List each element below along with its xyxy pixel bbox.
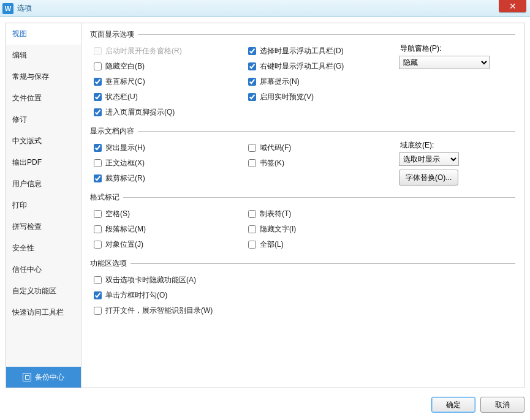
format-marks-b-1-checkbox[interactable] bbox=[248, 225, 256, 233]
doc-content-a-1-label: 正文边框(X) bbox=[105, 158, 145, 168]
page-display-b-1-label: 右键时显示浮动工具栏(G) bbox=[260, 61, 344, 72]
sidebar-item-0[interactable]: 视图 bbox=[6, 23, 81, 45]
page-display-a-3-label: 状态栏(U) bbox=[105, 92, 138, 102]
format-marks-a-1-checkbox[interactable] bbox=[94, 225, 102, 233]
doc-content-b-1-label: 书签(K) bbox=[260, 158, 284, 168]
doc-content-a-2-checkbox[interactable] bbox=[94, 174, 102, 182]
format-marks-b-2[interactable]: 全部(L) bbox=[244, 237, 399, 252]
doc-content-a-0-checkbox[interactable] bbox=[94, 144, 102, 152]
sidebar-item-3[interactable]: 文件位置 bbox=[6, 88, 81, 109]
ribbon-opt-0-label: 双击选项卡时隐藏功能区(A) bbox=[105, 275, 196, 285]
sidebar-item-1[interactable]: 编辑 bbox=[6, 45, 81, 66]
page-display-a-4-label: 进入页眉页脚提示(Q) bbox=[105, 107, 175, 118]
ribbon-opt-1[interactable]: 单击方框时打勾(O) bbox=[90, 288, 515, 303]
ribbon-opt-2-label: 打开文件，展示智能识别目录(W) bbox=[105, 306, 213, 316]
group-doc-content-legend: 显示文档内容 bbox=[90, 126, 138, 137]
group-ribbon-options: 功能区选项双击选项卡时隐藏功能区(A)单击方框时打勾(O)打开文件，展示智能识别… bbox=[90, 258, 515, 320]
page-display-b-0[interactable]: 选择时显示浮动工具栏(D) bbox=[244, 43, 399, 59]
page-display-b-0-label: 选择时显示浮动工具栏(D) bbox=[260, 46, 344, 56]
doc-content-b-0-label: 域代码(F) bbox=[260, 143, 291, 153]
format-marks-a-2[interactable]: 对象位置(J) bbox=[90, 237, 244, 252]
ribbon-opt-2[interactable]: 打开文件，展示智能识别目录(W) bbox=[90, 303, 515, 318]
page-display-b-1[interactable]: 右键时显示浮动工具栏(G) bbox=[244, 59, 399, 74]
page-display-a-1[interactable]: 隐藏空白(B) bbox=[90, 59, 244, 74]
format-marks-b-0-checkbox[interactable] bbox=[248, 210, 256, 218]
field-shading-label: 域底纹(E): bbox=[399, 140, 515, 151]
ribbon-opt-1-checkbox[interactable] bbox=[94, 291, 102, 299]
sidebar-item-13[interactable]: 快速访问工具栏 bbox=[6, 302, 81, 323]
cancel-button[interactable]: 取消 bbox=[480, 397, 524, 413]
sidebar-item-2[interactable]: 常规与保存 bbox=[6, 66, 81, 88]
format-marks-a-0-checkbox[interactable] bbox=[94, 210, 102, 218]
nav-pane-select[interactable]: 隐藏 bbox=[399, 56, 490, 69]
group-ribbon-options-legend: 功能区选项 bbox=[90, 258, 131, 269]
doc-content-b-0[interactable]: 域代码(F) bbox=[244, 140, 399, 156]
main-area: 视图编辑常规与保存文件位置修订中文版式输出PDF用户信息打印拼写检查安全性信任中… bbox=[6, 23, 524, 388]
doc-content-a-0[interactable]: 突出显示(H) bbox=[90, 140, 244, 156]
page-display-a-0-checkbox bbox=[94, 47, 102, 55]
sidebar-item-12[interactable]: 自定义功能区 bbox=[6, 280, 81, 302]
page-display-a-4-checkbox[interactable] bbox=[94, 108, 102, 116]
doc-content-a-2-label: 裁剪标记(R) bbox=[105, 173, 145, 184]
window-title: 选项 bbox=[17, 3, 32, 13]
page-display-b-2-checkbox[interactable] bbox=[248, 78, 256, 86]
page-display-b-0-checkbox[interactable] bbox=[248, 47, 256, 55]
titlebar: W 选项 ✕ bbox=[0, 0, 530, 17]
sidebar-item-7[interactable]: 用户信息 bbox=[6, 173, 81, 195]
doc-content-a-1[interactable]: 正文边框(X) bbox=[90, 156, 244, 171]
page-display-a-3-checkbox[interactable] bbox=[94, 93, 102, 101]
page-display-a-0-label: 启动时展开任务窗格(R) bbox=[105, 46, 182, 56]
close-button[interactable]: ✕ bbox=[499, 0, 526, 12]
sidebar-item-10[interactable]: 安全性 bbox=[6, 238, 81, 259]
page-display-b-3-checkbox[interactable] bbox=[248, 93, 256, 101]
format-marks-a-0[interactable]: 空格(S) bbox=[90, 206, 244, 222]
format-marks-a-0-label: 空格(S) bbox=[105, 209, 130, 219]
ribbon-opt-0[interactable]: 双击选项卡时隐藏功能区(A) bbox=[90, 272, 515, 288]
format-marks-a-1-label: 段落标记(M) bbox=[105, 224, 146, 234]
ok-button[interactable]: 确定 bbox=[431, 397, 475, 413]
backup-center-label: 备份中心 bbox=[35, 372, 64, 383]
doc-content-a-2[interactable]: 裁剪标记(R) bbox=[90, 171, 244, 186]
ribbon-opt-0-checkbox[interactable] bbox=[94, 276, 102, 284]
doc-content-a-1-checkbox[interactable] bbox=[94, 159, 102, 167]
dialog-buttons: 确定 取消 bbox=[431, 397, 524, 413]
format-marks-b-0-label: 制表符(T) bbox=[260, 209, 291, 219]
doc-content-b-1-checkbox[interactable] bbox=[248, 159, 256, 167]
format-marks-a-1[interactable]: 段落标记(M) bbox=[90, 222, 244, 237]
format-marks-b-0[interactable]: 制表符(T) bbox=[244, 206, 399, 222]
page-display-a-1-checkbox[interactable] bbox=[94, 62, 102, 70]
page-display-b-2[interactable]: 屏幕提示(N) bbox=[244, 74, 399, 89]
format-marks-b-1[interactable]: 隐藏文字(I) bbox=[244, 222, 399, 237]
sidebar-item-8[interactable]: 打印 bbox=[6, 195, 81, 216]
sidebar-item-6[interactable]: 输出PDF bbox=[6, 152, 81, 173]
backup-center-button[interactable]: 备份中心 bbox=[6, 367, 81, 388]
ribbon-opt-1-label: 单击方框时打勾(O) bbox=[105, 290, 167, 301]
page-display-b-1-checkbox[interactable] bbox=[248, 62, 256, 70]
page-display-a-2[interactable]: 垂直标尺(C) bbox=[90, 74, 244, 89]
doc-content-b-1[interactable]: 书签(K) bbox=[244, 156, 399, 171]
format-marks-a-2-checkbox[interactable] bbox=[94, 241, 102, 249]
page-display-b-3[interactable]: 启用实时预览(V) bbox=[244, 89, 399, 105]
sidebar-item-11[interactable]: 信任中心 bbox=[6, 259, 81, 280]
sidebar-item-9[interactable]: 拼写检查 bbox=[6, 216, 81, 238]
format-marks-b-2-checkbox[interactable] bbox=[248, 241, 256, 249]
field-shading-select[interactable]: 选取时显示 bbox=[399, 152, 459, 166]
doc-content-a-0-label: 突出显示(H) bbox=[105, 143, 145, 153]
nav-pane-label: 导航窗格(P): bbox=[399, 43, 515, 54]
sidebar-item-4[interactable]: 修订 bbox=[6, 109, 81, 130]
format-marks-b-2-label: 全部(L) bbox=[260, 239, 284, 250]
sidebar-item-5[interactable]: 中文版式 bbox=[6, 130, 81, 152]
ribbon-opt-2-checkbox[interactable] bbox=[94, 307, 102, 315]
page-display-a-3[interactable]: 状态栏(U) bbox=[90, 89, 244, 105]
page-display-a-2-label: 垂直标尺(C) bbox=[105, 77, 145, 87]
group-page-display-legend: 页面显示选项 bbox=[90, 29, 138, 40]
font-substitution-button[interactable]: 字体替换(O)... bbox=[399, 170, 458, 186]
app-icon: W bbox=[2, 3, 13, 14]
doc-content-b-0-checkbox[interactable] bbox=[248, 144, 256, 152]
page-display-a-2-checkbox[interactable] bbox=[94, 78, 102, 86]
page-display-a-0: 启动时展开任务窗格(R) bbox=[90, 43, 244, 59]
settings-panel: 页面显示选项启动时展开任务窗格(R)隐藏空白(B)垂直标尺(C)状态栏(U)进入… bbox=[81, 23, 524, 388]
group-page-display: 页面显示选项启动时展开任务窗格(R)隐藏空白(B)垂直标尺(C)状态栏(U)进入… bbox=[90, 29, 515, 121]
page-display-a-1-label: 隐藏空白(B) bbox=[105, 61, 145, 72]
page-display-a-4[interactable]: 进入页眉页脚提示(Q) bbox=[90, 105, 244, 120]
